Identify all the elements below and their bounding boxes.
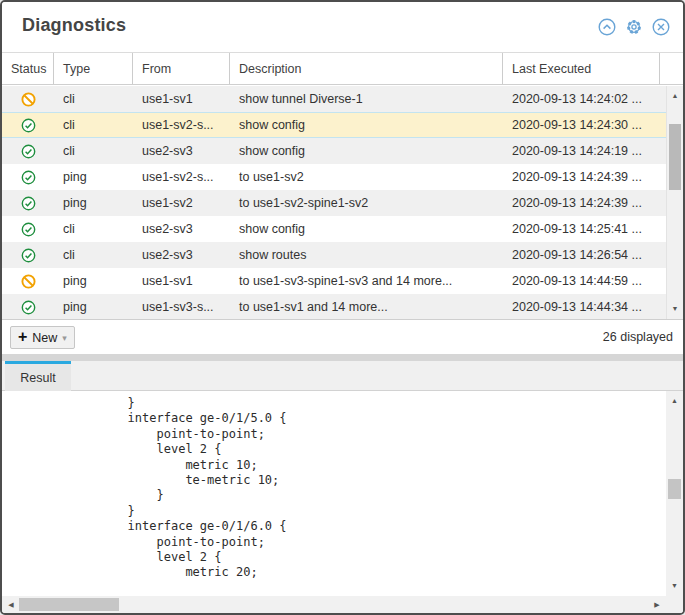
table-row[interactable]: pinguse1-sv3-s...to use1-sv1 and 14 more… <box>2 294 666 319</box>
cell-from: use1-sv2-s... <box>133 113 230 137</box>
table-vertical-scrollbar[interactable]: ▲ ▼ <box>666 86 683 319</box>
title-bar: Diagnostics <box>2 2 683 52</box>
column-header-description[interactable]: Description <box>230 53 503 84</box>
table-footer: + New ▾ 26 displayed <box>2 319 683 354</box>
status-blocked-icon <box>21 92 36 107</box>
cell-type: cli <box>54 216 133 242</box>
scroll-up-arrow-icon[interactable]: ▲ <box>666 396 683 406</box>
cell-type: ping <box>54 164 133 190</box>
cell-last-executed: 2020-09-13 14:24:30 ... <box>503 113 666 137</box>
column-header-spacer <box>660 53 683 84</box>
cell-description: show config <box>230 138 503 164</box>
result-horizontal-scrollbar[interactable]: ◀ ▶ <box>2 596 666 613</box>
status-success-icon <box>21 222 36 237</box>
new-button[interactable]: + New ▾ <box>10 326 75 349</box>
table-row[interactable]: cliuse2-sv3show routes2020-09-13 14:26:5… <box>2 242 666 268</box>
cell-status <box>2 86 54 112</box>
status-success-icon <box>21 118 36 133</box>
new-button-label: New <box>32 331 57 345</box>
cell-last-executed: 2020-09-13 14:24:39 ... <box>503 190 666 216</box>
cell-last-executed: 2020-09-13 14:24:39 ... <box>503 164 666 190</box>
cell-description: to use1-sv1 and 14 more... <box>230 294 503 319</box>
tab-result[interactable]: Result <box>5 361 71 391</box>
table-row[interactable]: cliuse1-sv2-s...show config2020-09-13 14… <box>2 112 666 138</box>
horizontal-scrollbar-thumb[interactable] <box>19 598 119 611</box>
cell-type: cli <box>54 242 133 268</box>
chevron-down-icon: ▾ <box>62 333 67 343</box>
status-blocked-icon <box>21 274 36 289</box>
cell-last-executed: 2020-09-13 14:26:54 ... <box>503 242 666 268</box>
scroll-down-arrow-icon[interactable]: ▼ <box>667 304 683 314</box>
result-output: } interface ge-0/1/5.0 { point-to-point;… <box>2 391 666 596</box>
cell-status <box>2 268 54 294</box>
page-title: Diagnostics <box>22 15 126 36</box>
cell-from: use1-sv3-s... <box>133 294 230 319</box>
table-row[interactable]: cliuse2-sv3show config2020-09-13 14:24:1… <box>2 138 666 164</box>
table-scrollbar-thumb[interactable] <box>669 124 681 190</box>
cell-status <box>2 190 54 216</box>
close-icon[interactable] <box>652 18 670 36</box>
table-row[interactable]: pinguse1-sv1to use1-sv3-spine1-sv3 and 1… <box>2 268 666 294</box>
cell-status <box>2 216 54 242</box>
cell-description: show tunnel Diverse-1 <box>230 86 503 112</box>
cell-type: cli <box>54 113 133 137</box>
cell-last-executed: 2020-09-13 14:44:34 ... <box>503 294 666 319</box>
status-success-icon <box>21 300 36 315</box>
cell-from: use1-sv1 <box>133 86 230 112</box>
diagnostics-window: Diagnostics <box>0 0 685 615</box>
result-tabstrip: Result <box>2 361 683 391</box>
result-scrollbar-thumb[interactable] <box>668 479 681 499</box>
panel-splitter[interactable] <box>2 354 683 361</box>
cell-status <box>2 113 54 137</box>
cell-status <box>2 164 54 190</box>
column-header-last-executed[interactable]: Last Executed <box>503 53 660 84</box>
status-success-icon <box>21 144 36 159</box>
title-bar-actions <box>598 18 670 36</box>
cell-from: use2-sv3 <box>133 242 230 268</box>
cell-from: use2-sv3 <box>133 138 230 164</box>
scroll-up-arrow-icon[interactable]: ▲ <box>667 91 683 101</box>
status-success-icon <box>21 248 36 263</box>
cell-last-executed: 2020-09-13 14:24:19 ... <box>503 138 666 164</box>
table-row[interactable]: pinguse1-sv2to use1-sv2-spine1-sv22020-0… <box>2 190 666 216</box>
plus-icon: + <box>18 329 27 345</box>
column-header-from[interactable]: From <box>133 53 230 84</box>
cell-last-executed: 2020-09-13 14:24:02 ... <box>503 86 666 112</box>
cell-last-executed: 2020-09-13 14:25:41 ... <box>503 216 666 242</box>
cell-last-executed: 2020-09-13 14:44:59 ... <box>503 268 666 294</box>
cell-description: show config <box>230 216 503 242</box>
settings-gear-icon[interactable] <box>625 18 643 36</box>
status-success-icon <box>21 196 36 211</box>
status-success-icon <box>21 170 36 185</box>
cell-from: use1-sv2-s... <box>133 164 230 190</box>
cell-type: cli <box>54 86 133 112</box>
column-header-type[interactable]: Type <box>54 53 133 84</box>
diagnostics-table-body: cliuse1-sv1show tunnel Diverse-12020-09-… <box>2 86 666 319</box>
result-vertical-scrollbar[interactable]: ▲ ▼ <box>666 391 683 596</box>
cell-description: show routes <box>230 242 503 268</box>
cell-type: ping <box>54 190 133 216</box>
cell-from: use1-sv2 <box>133 190 230 216</box>
cell-description: to use1-sv2 <box>230 164 503 190</box>
cell-description: to use1-sv2-spine1-sv2 <box>230 190 503 216</box>
cell-type: cli <box>54 138 133 164</box>
table-header-row: Status Type From Description Last Execut… <box>2 52 683 85</box>
scroll-down-arrow-icon[interactable]: ▼ <box>666 581 683 591</box>
column-header-status[interactable]: Status <box>2 53 54 84</box>
displayed-count: 26 displayed <box>603 330 673 344</box>
cell-status <box>2 242 54 268</box>
table-row[interactable]: cliuse2-sv3show config2020-09-13 14:25:4… <box>2 216 666 242</box>
table-row[interactable]: pinguse1-sv2-s...to use1-sv22020-09-13 1… <box>2 164 666 190</box>
cell-status <box>2 294 54 319</box>
cell-description: show config <box>230 113 503 137</box>
result-code-text: } interface ge-0/1/5.0 { point-to-point;… <box>2 391 666 581</box>
cell-from: use2-sv3 <box>133 216 230 242</box>
collapse-icon[interactable] <box>598 18 616 36</box>
table-row[interactable]: cliuse1-sv1show tunnel Diverse-12020-09-… <box>2 86 666 112</box>
scroll-right-arrow-icon[interactable]: ▶ <box>650 596 664 613</box>
cell-description: to use1-sv3-spine1-sv3 and 14 more... <box>230 268 503 294</box>
cell-status <box>2 138 54 164</box>
scrollbar-corner <box>666 596 683 613</box>
scroll-left-arrow-icon[interactable]: ◀ <box>4 596 18 613</box>
cell-type: ping <box>54 268 133 294</box>
